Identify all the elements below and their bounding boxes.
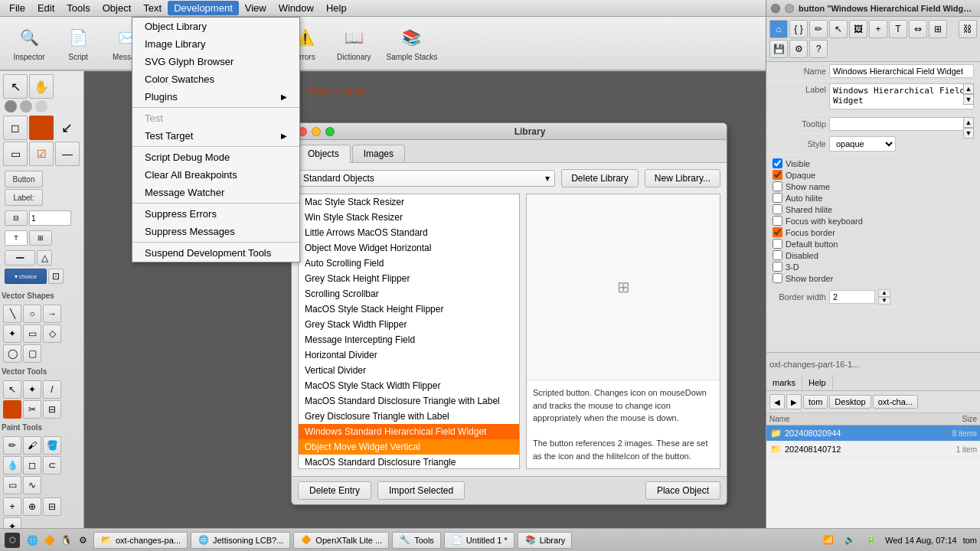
list-item[interactable]: Auto Scrolling Field xyxy=(299,256,519,271)
rect-tool[interactable]: ▭ xyxy=(3,142,28,166)
tab-images[interactable]: Images xyxy=(352,145,405,162)
file-path-tom-btn[interactable]: tom xyxy=(803,395,828,409)
list-item[interactable]: Win Style Stack Resizer xyxy=(299,210,519,225)
list-item[interactable]: MacOS Standard Disclosure Triangle with … xyxy=(299,393,519,409)
insp-minimize-btn[interactable] xyxy=(785,4,794,13)
sys-icon-4[interactable]: ⚙ xyxy=(75,533,90,548)
slider-btn[interactable]: ━━ xyxy=(5,250,35,266)
taskbar-item-library[interactable]: 📚 Library xyxy=(518,532,573,549)
oval-tool[interactable]: ○ xyxy=(23,305,41,323)
list-item[interactable]: Message Intercepting Field xyxy=(299,332,519,347)
taskbar-item-untitled[interactable]: 📄 Untitled 1 * xyxy=(444,532,514,549)
delete-entry-btn[interactable]: Delete Entry xyxy=(298,481,371,500)
menu-color-swatches[interactable]: Color Swatches xyxy=(132,70,299,88)
check-tool[interactable]: ☑ xyxy=(29,142,54,166)
bezier-tool[interactable]: ✦ xyxy=(23,380,41,399)
borderwidth-input[interactable] xyxy=(829,290,875,304)
menu-file[interactable]: File xyxy=(3,1,31,15)
menu-message-watcher[interactable]: Message Watcher xyxy=(132,184,299,201)
menu-object[interactable]: Object xyxy=(96,1,138,15)
choice-btn[interactable]: ▾ choice xyxy=(5,269,47,284)
lasso-tool[interactable]: ⊂ xyxy=(43,456,61,474)
list-item[interactable]: Grey Stack Width Flipper xyxy=(299,317,519,332)
grid-btn[interactable]: ⊞ xyxy=(29,230,52,246)
minus-tool[interactable]: — xyxy=(55,142,80,166)
menu-view[interactable]: View xyxy=(239,1,273,15)
disabled-checkbox[interactable] xyxy=(773,250,782,260)
list-item[interactable]: Grey Disclosure Triangle with Label xyxy=(299,409,519,424)
file-path-oxt-btn[interactable]: oxt-cha... xyxy=(873,395,918,409)
rect-select-tool[interactable]: ▭ xyxy=(3,476,21,494)
autohilite-checkbox[interactable] xyxy=(773,193,782,203)
battery-icon[interactable]: 🔋 xyxy=(864,533,879,548)
menu-help[interactable]: Help xyxy=(320,1,353,15)
insp-gear-btn[interactable]: ⚙ xyxy=(789,40,808,58)
insp-scale-btn[interactable]: ⇔ xyxy=(909,20,927,38)
wifi-icon[interactable]: 📶 xyxy=(821,533,836,548)
list-item[interactable]: MacOS Style Stack Width Flipper xyxy=(299,378,519,393)
file-back-btn[interactable]: ◀ xyxy=(769,394,785,409)
menu-edit[interactable]: Edit xyxy=(31,1,60,15)
menu-plugins[interactable]: Plugins ▶ xyxy=(132,88,299,106)
taskbar-item-openxtalk[interactable]: 🔶 OpenXTalk Lite ... xyxy=(293,532,389,549)
list-item[interactable]: MacOS Standard Disclosure Triangle xyxy=(299,455,519,469)
eyedropper-tool[interactable]: 💧 xyxy=(3,456,21,474)
library-minimize-btn[interactable] xyxy=(312,127,321,136)
opaque-checkbox[interactable] xyxy=(773,170,782,180)
insp-save-btn[interactable]: 💾 xyxy=(769,40,788,58)
list-item[interactable]: Vertical Divider xyxy=(299,363,519,378)
menu-svg-glyph[interactable]: SVG Glyph Browser xyxy=(132,53,299,70)
menu-window[interactable]: Window xyxy=(273,1,320,15)
menu-image-library[interactable]: Image Library xyxy=(132,35,299,53)
menu-text[interactable]: Text xyxy=(137,1,168,15)
brush-tool[interactable] xyxy=(3,400,21,419)
field-style-btn[interactable]: ⊟ xyxy=(5,210,28,226)
taskbar-item-oxt[interactable]: 📂 oxt-changes-pa... xyxy=(93,532,188,549)
diamond-tool[interactable]: ◇ xyxy=(43,324,61,343)
bucket-tool[interactable]: 🪣 xyxy=(43,436,61,455)
place-object-btn[interactable]: Place Object xyxy=(645,481,720,500)
line-tool[interactable]: ╲ xyxy=(3,305,21,323)
menu-suppress-errors[interactable]: Suppress Errors xyxy=(132,205,299,223)
file-item-1[interactable]: 📁 202408020944 8 items xyxy=(766,425,980,442)
insp-cursor-btn[interactable]: ↖ xyxy=(829,20,848,38)
focuskbd-checkbox[interactable] xyxy=(773,216,782,226)
circle-tool[interactable]: ◯ xyxy=(3,344,21,363)
insp-code-btn[interactable]: { } xyxy=(789,20,808,38)
file-item-2[interactable]: 📁 202408140712 1 item xyxy=(766,442,980,458)
menu-clear-breakpoints[interactable]: Clear All Breakpoints xyxy=(132,166,299,184)
arrow-tool[interactable]: ↖ xyxy=(3,74,28,99)
list-item[interactable]: Horizontal Divider xyxy=(299,347,519,363)
inspector-toolbar-btn[interactable]: 🔍 Inspector xyxy=(6,22,52,64)
brush-paint-tool[interactable]: 🖌 xyxy=(23,436,41,455)
file-tab-marks[interactable]: marks xyxy=(766,375,802,390)
layer-lock-tool[interactable]: ⊟ xyxy=(43,497,61,516)
taskbar-app-icon[interactable]: ⬡ xyxy=(3,531,21,549)
menu-object-library[interactable]: Object Library xyxy=(132,18,299,35)
file-tab-help[interactable]: Help xyxy=(802,375,833,390)
menu-test-target[interactable]: Test Target ▶ xyxy=(132,127,299,145)
rrect-tool[interactable]: ▢ xyxy=(23,344,41,363)
up-btn[interactable]: △ xyxy=(37,250,52,266)
hand-tool[interactable]: ✋ xyxy=(29,74,54,99)
select-vect-tool[interactable]: ↖ xyxy=(3,380,21,399)
list-item[interactable]: MacOS Style Stack Height Flipper xyxy=(299,302,519,317)
list-item-selected-1[interactable]: Windows Standard Hierarchical Field Widg… xyxy=(299,424,519,439)
select-tool[interactable]: ◻ xyxy=(3,116,28,140)
threed-checkbox[interactable] xyxy=(773,262,782,272)
paint-tool[interactable] xyxy=(29,116,54,140)
borderwidth-down-btn[interactable]: ▼ xyxy=(878,297,890,305)
insp-plugin-btn[interactable]: ⊞ xyxy=(929,20,947,38)
file-forward-btn[interactable]: ▶ xyxy=(786,394,802,409)
file-path-desktop-btn[interactable]: Desktop xyxy=(829,395,871,409)
list-item[interactable]: Object Move Widget Horizontal xyxy=(299,240,519,256)
list-item[interactable]: Mac Style Stack Resizer xyxy=(299,194,519,210)
insp-text-btn[interactable]: T xyxy=(889,20,907,38)
menu-script-debug[interactable]: Script Debug Mode xyxy=(132,148,299,166)
sys-icon-2[interactable]: 🔶 xyxy=(41,533,57,548)
menu-development[interactable]: Development xyxy=(168,1,239,15)
taskbar-item-jettison[interactable]: 🌐 Jettisoning LCB?... xyxy=(191,532,290,549)
focusborder-checkbox[interactable] xyxy=(773,227,782,237)
eraser-tool[interactable]: ◻ xyxy=(23,456,41,474)
label-input[interactable] xyxy=(29,210,71,226)
